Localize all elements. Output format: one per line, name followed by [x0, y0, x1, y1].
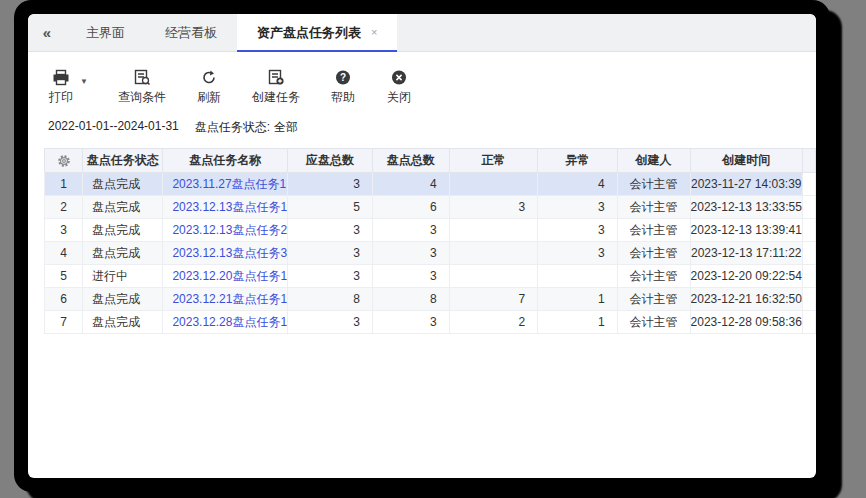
cell-normal: 2 — [449, 311, 538, 334]
cell-creator: 会计主管 — [617, 288, 690, 311]
cell-name[interactable]: 2023.12.13盘点任务3 — [163, 242, 288, 265]
create-task-button[interactable]: 创建任务 — [252, 69, 300, 106]
cell-created_time: 2023-11-27 14:03:39 — [690, 173, 802, 196]
column-header-creator[interactable]: 创建人 — [617, 149, 690, 173]
cell-created_time: 2023-12-13 13:33:55 — [690, 196, 802, 219]
cell-num: 3 — [45, 219, 83, 242]
print-button[interactable]: 打印 — [48, 69, 74, 106]
column-header-created_time[interactable]: 创建时间 — [690, 149, 802, 173]
cell-status: 盘点完成 — [83, 311, 163, 334]
table-row[interactable]: 2盘点完成2023.12.13盘点任务15633会计主管2023-12-13 1… — [45, 196, 816, 219]
cell-created_time: 2023-12-13 17:11:22 — [690, 242, 802, 265]
row-spacer — [802, 173, 815, 196]
cell-name[interactable]: 2023.12.20盘点任务1 — [163, 265, 288, 288]
close-icon — [390, 69, 408, 86]
cell-creator: 会计主管 — [617, 265, 690, 288]
column-header-normal[interactable]: 正常 — [449, 149, 538, 173]
cell-counted_total: 3 — [373, 265, 450, 288]
filter-date-range: 2022-01-01--2024-01-31 — [48, 119, 179, 136]
cell-num: 1 — [45, 173, 83, 196]
print-dropdown-caret-icon[interactable]: ▼ — [80, 77, 88, 86]
row-spacer — [802, 288, 815, 311]
column-header-status[interactable]: 盘点任务状态 — [83, 149, 163, 173]
query-conditions-icon — [133, 69, 151, 86]
column-header-num[interactable] — [45, 149, 83, 173]
table-row[interactable]: 6盘点完成2023.12.21盘点任务18871会计主管2023-12-21 1… — [45, 288, 816, 311]
filter-status-label: 盘点任务状态: — [195, 119, 270, 136]
cell-status: 盘点完成 — [83, 219, 163, 242]
table-row[interactable]: 5进行中2023.12.20盘点任务133会计主管2023-12-20 09:2… — [45, 265, 816, 288]
cell-abnormal: 1 — [538, 288, 617, 311]
row-spacer — [802, 219, 815, 242]
print-label: 打印 — [49, 89, 73, 106]
cell-status: 盘点完成 — [83, 242, 163, 265]
cell-abnormal — [538, 265, 617, 288]
query-conditions-button[interactable]: 查询条件 — [118, 69, 166, 106]
tab-main-screen[interactable]: 主界面 — [66, 14, 145, 51]
cell-counted_total: 6 — [373, 196, 450, 219]
cell-abnormal: 3 — [538, 219, 617, 242]
gear-icon[interactable] — [45, 149, 82, 172]
cell-num: 4 — [45, 242, 83, 265]
cell-status: 盘点完成 — [83, 196, 163, 219]
table-row[interactable]: 7盘点完成2023.12.28盘点任务13321会计主管2023-12-28 0… — [45, 311, 816, 334]
cell-num: 7 — [45, 311, 83, 334]
column-header-name[interactable]: 盘点任务名称 — [163, 149, 288, 173]
row-spacer — [802, 242, 815, 265]
column-header-counted_total[interactable]: 盘点总数 — [373, 149, 450, 173]
grid-body: 1盘点完成2023.11.27盘点任务1344会计主管2023-11-27 14… — [45, 173, 816, 334]
refresh-label: 刷新 — [197, 89, 221, 106]
cell-normal — [449, 265, 538, 288]
cell-should_total: 3 — [288, 242, 373, 265]
tab-label: 资产盘点任务列表 — [257, 24, 361, 42]
tab-asset-inventory-task-list[interactable]: 资产盘点任务列表 × — [237, 14, 397, 51]
refresh-button[interactable]: 刷新 — [196, 69, 222, 106]
cell-abnormal: 1 — [538, 311, 617, 334]
cell-counted_total: 3 — [373, 219, 450, 242]
close-button[interactable]: 关闭 — [386, 69, 412, 106]
row-spacer — [802, 311, 815, 334]
cell-created_time: 2023-12-13 13:39:41 — [690, 219, 802, 242]
cell-name[interactable]: 2023.12.28盘点任务1 — [163, 311, 288, 334]
cell-should_total: 3 — [288, 173, 373, 196]
cell-creator: 会计主管 — [617, 219, 690, 242]
cell-normal: 7 — [449, 288, 538, 311]
tab-close-icon[interactable]: × — [371, 27, 377, 38]
filter-summary: 2022-01-01--2024-01-31 盘点任务状态: 全部 — [48, 119, 816, 136]
table-row[interactable]: 4盘点完成2023.12.13盘点任务3333会计主管2023-12-13 17… — [45, 242, 816, 265]
tab-business-dashboard[interactable]: 经营看板 — [145, 14, 237, 51]
cell-abnormal: 4 — [538, 173, 617, 196]
cell-abnormal: 3 — [538, 196, 617, 219]
cell-name[interactable]: 2023.12.13盘点任务2 — [163, 219, 288, 242]
inventory-task-table: 盘点任务状态盘点任务名称应盘总数盘点总数正常异常创建人创建时间 1盘点完成202… — [44, 148, 816, 334]
cell-name[interactable]: 2023.11.27盘点任务1 — [163, 173, 288, 196]
cell-name[interactable]: 2023.12.21盘点任务1 — [163, 288, 288, 311]
grid-header: 盘点任务状态盘点任务名称应盘总数盘点总数正常异常创建人创建时间 — [45, 149, 816, 173]
cell-creator: 会计主管 — [617, 311, 690, 334]
collapse-tabs-icon[interactable]: « — [28, 14, 66, 51]
cell-normal — [449, 219, 538, 242]
printer-icon — [52, 69, 70, 86]
cell-counted_total: 4 — [373, 173, 450, 196]
filter-status-value: 全部 — [274, 119, 298, 136]
cell-counted_total: 3 — [373, 242, 450, 265]
cell-num: 2 — [45, 196, 83, 219]
create-task-label: 创建任务 — [252, 89, 300, 106]
column-header-should_total[interactable]: 应盘总数 — [288, 149, 373, 173]
table-row[interactable]: 1盘点完成2023.11.27盘点任务1344会计主管2023-11-27 14… — [45, 173, 816, 196]
cell-counted_total: 8 — [373, 288, 450, 311]
help-button[interactable]: ? 帮助 — [330, 69, 356, 106]
cell-should_total: 3 — [288, 219, 373, 242]
query-conditions-label: 查询条件 — [118, 89, 166, 106]
table-row[interactable]: 3盘点完成2023.12.13盘点任务2333会计主管2023-12-13 13… — [45, 219, 816, 242]
create-task-icon — [267, 69, 285, 86]
cell-created_time: 2023-12-28 09:58:36 — [690, 311, 802, 334]
close-label: 关闭 — [387, 89, 411, 106]
cell-creator: 会计主管 — [617, 173, 690, 196]
help-icon: ? — [334, 69, 352, 86]
cell-created_time: 2023-12-20 09:22:54 — [690, 265, 802, 288]
column-header-abnormal[interactable]: 异常 — [538, 149, 617, 173]
cell-counted_total: 3 — [373, 311, 450, 334]
cell-name[interactable]: 2023.12.13盘点任务1 — [163, 196, 288, 219]
cell-status: 盘点完成 — [83, 173, 163, 196]
